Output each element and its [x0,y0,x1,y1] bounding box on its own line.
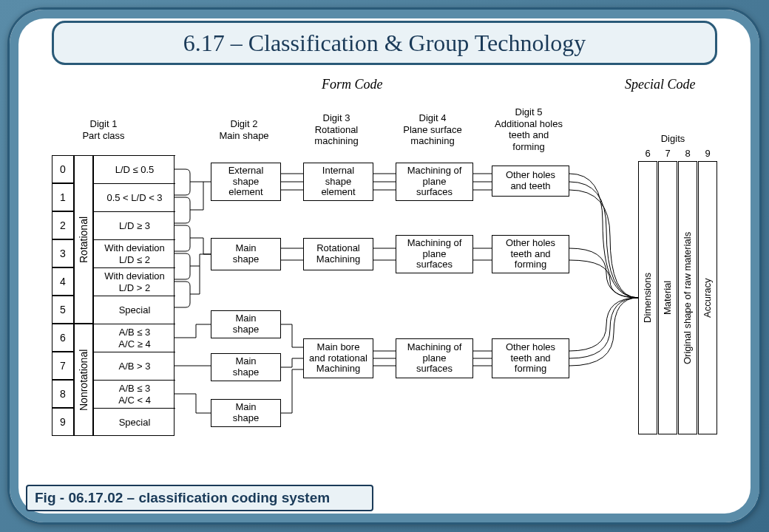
d2-box-3: Main shape [211,353,281,381]
partdesc-3: With deviation L/D ≤ 2 [94,239,175,267]
special-num-9: 9 [699,148,716,159]
col1-header: Digit 1Part class [67,118,140,141]
col3-header: Digit 3Rotationalmachining [299,112,373,147]
d2-box-1: Main shape [211,238,281,270]
d1-4: 4 [52,267,74,296]
partdesc-2: L/D ≥ 3 [94,211,175,239]
special-code-label: Special Code [625,77,695,92]
special-col-8: Original shape of raw materials [678,161,697,434]
d1-0: 0 [52,155,74,183]
d5-box-1: Other holes teeth and forming [492,235,569,273]
d1-7: 7 [52,352,74,380]
diagram-area: Form Code Special Code Digit 1Part class… [26,74,743,479]
d1-2: 2 [52,211,74,239]
partdesc-0: L/D ≤ 0.5 [94,155,175,183]
partdesc-1: 0.5 < L/D < 3 [94,183,175,211]
figure-caption: Fig - 06.17.02 – classification coding s… [26,485,373,511]
rotational-cell: Rotational [74,155,93,324]
partdesc-7: A/B > 3 [94,352,175,380]
special-col-9: Accuracy [698,161,717,434]
d1-8: 8 [52,380,74,408]
d1-3: 3 [52,239,74,267]
d5-box-0: Other holes and teeth [492,166,569,197]
d5-box-2: Other holes teeth and forming [492,338,569,378]
d3-box-0: Internal shape element [303,163,373,201]
special-num-7: 7 [660,148,676,159]
partdesc-6: A/B ≤ 3 A/C ≥ 4 [94,324,175,352]
col2-header: Digit 2Main shape [207,118,281,141]
partdesc-9: Special [94,408,175,436]
nonrotational-cell: Nonrotational [74,324,93,436]
col5-header: Digit 5Additional holesteeth andforming [488,106,569,152]
col4-header: Digit 4Plane surfacemachining [392,112,473,147]
partdesc-5: Special [94,296,175,324]
d2-box-0: External shape element [211,163,281,201]
d3-box-1: Rotational Machining [303,238,373,270]
special-num-8: 8 [680,148,696,159]
d4-box-1: Machining of plane surfaces [396,235,473,273]
slide-title: 6.17 – Classification & Group Technology [52,21,717,65]
d1-6: 6 [52,324,74,352]
d1-5: 5 [52,296,74,324]
d4-box-0: Machining of plane surfaces [396,163,473,201]
d2-box-4: Main shape [211,399,281,427]
d3-box-2: Main bore and rotational Machining [303,338,373,378]
d4-box-2: Machining of plane surfaces [396,338,473,378]
col6-header: Digits [643,133,702,145]
special-num-6: 6 [640,148,656,159]
partdesc-4: With deviation L/D > 2 [94,267,175,296]
special-col-6: Dimensions [638,161,657,434]
partdesc-8: A/B ≤ 3 A/C < 4 [94,380,175,408]
special-col-7: Material [658,161,677,434]
form-code-label: Form Code [322,77,383,92]
d2-box-2: Main shape [211,310,281,338]
d1-9: 9 [52,408,74,436]
d1-1: 1 [52,183,74,211]
